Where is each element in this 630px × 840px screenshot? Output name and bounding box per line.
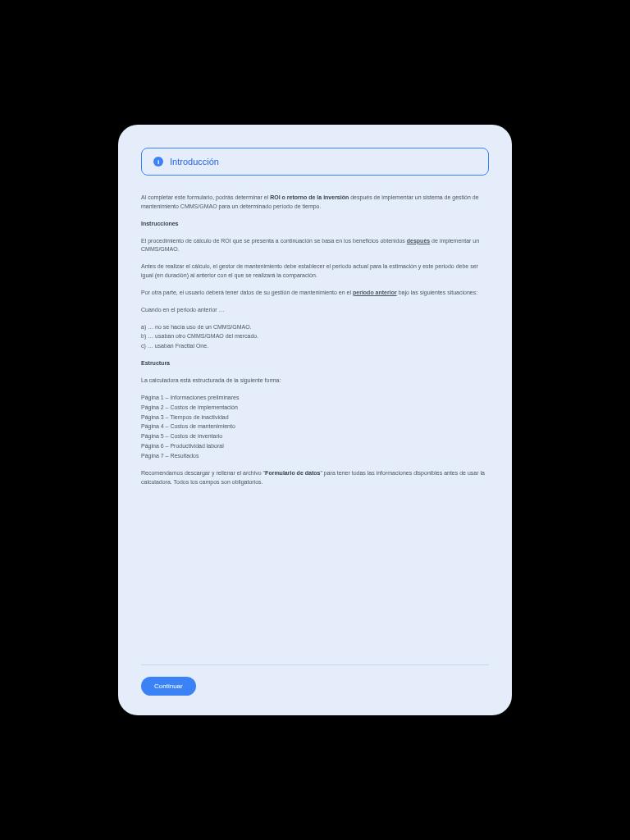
rec-bold: Formulario de datos bbox=[265, 470, 320, 476]
rec-pre: Recomendamos descargar y rellenar el arc… bbox=[141, 470, 265, 476]
instructions-p3-underline: periodo anterior bbox=[353, 290, 397, 295]
form-card: i Introducción Al completar este formula… bbox=[118, 125, 512, 715]
instructions-p1-underline: después bbox=[407, 238, 430, 244]
section-title: Introducción bbox=[170, 157, 219, 167]
instructions-p1-pre: El procedimiento de cálculo de ROI que s… bbox=[141, 238, 407, 244]
list-item: Página 3 – Tiempos de inactividad bbox=[141, 413, 489, 422]
list-item: Página 2 – Costos de implementación bbox=[141, 404, 489, 413]
list-item: Página 7 – Resultados bbox=[141, 452, 489, 461]
structure-intro: La calculadora está estructurada de la s… bbox=[141, 377, 489, 386]
footer: Continuar bbox=[141, 664, 489, 696]
list-item: Página 4 – Costos de mantenimiento bbox=[141, 422, 489, 431]
instructions-p3-post: bajo las siguientes situaciones: bbox=[397, 290, 477, 295]
section-header: i Introducción bbox=[141, 148, 489, 176]
instructions-p3-pre: Por otra parte, el usuario deberá tener … bbox=[141, 290, 353, 295]
intro-bold: ROI o retorno de la inversión bbox=[270, 194, 349, 200]
instructions-p3: Por otra parte, el usuario deberá tener … bbox=[141, 289, 489, 298]
list-item: b) … usaban otro CMMS/GMAO del mercado. bbox=[141, 332, 489, 341]
pages-list: Página 1 – Informaciones preliminares Pá… bbox=[141, 394, 489, 461]
instructions-p4: Cuando en el periodo anterior … bbox=[141, 306, 489, 315]
instructions-p2: Antes de realizar el cálculo, el gestor … bbox=[141, 262, 489, 281]
list-item: a) … no se hacía uso de un CMMS/GMAO. bbox=[141, 323, 489, 332]
info-icon: i bbox=[153, 157, 163, 167]
list-item: Página 6 – Productividad laboral bbox=[141, 442, 489, 451]
list-item: Página 5 – Costos de inventario bbox=[141, 432, 489, 441]
content-area: Al completar este formulario, podrás det… bbox=[141, 194, 489, 656]
instructions-p1: El procedimiento de cálculo de ROI que s… bbox=[141, 237, 489, 255]
instructions-heading: Instrucciones bbox=[141, 220, 489, 229]
recommendation: Recomendamos descargar y rellenar el arc… bbox=[141, 469, 489, 487]
continue-button[interactable]: Continuar bbox=[141, 677, 196, 696]
structure-heading: Estructura bbox=[141, 359, 489, 368]
situations-list: a) … no se hacía uso de un CMMS/GMAO. b)… bbox=[141, 323, 489, 352]
intro-pre: Al completar este formulario, podrás det… bbox=[141, 194, 270, 200]
list-item: Página 1 – Informaciones preliminares bbox=[141, 394, 489, 403]
list-item: c) … usaban Fracttal One. bbox=[141, 342, 489, 351]
intro-paragraph: Al completar este formulario, podrás det… bbox=[141, 194, 489, 212]
